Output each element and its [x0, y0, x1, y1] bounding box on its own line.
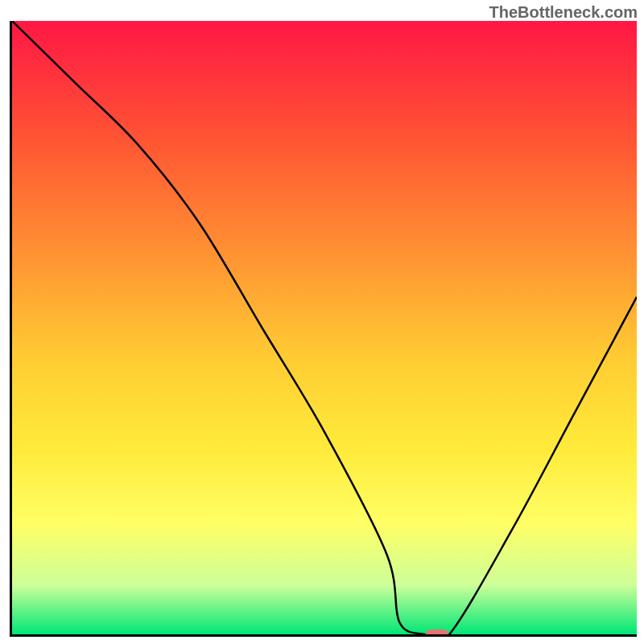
watermark-text: TheBottleneck.com [489, 3, 638, 22]
optimal-point-marker [426, 630, 448, 637]
chart-plot-area [10, 21, 637, 637]
chart-curve [12, 21, 637, 634]
